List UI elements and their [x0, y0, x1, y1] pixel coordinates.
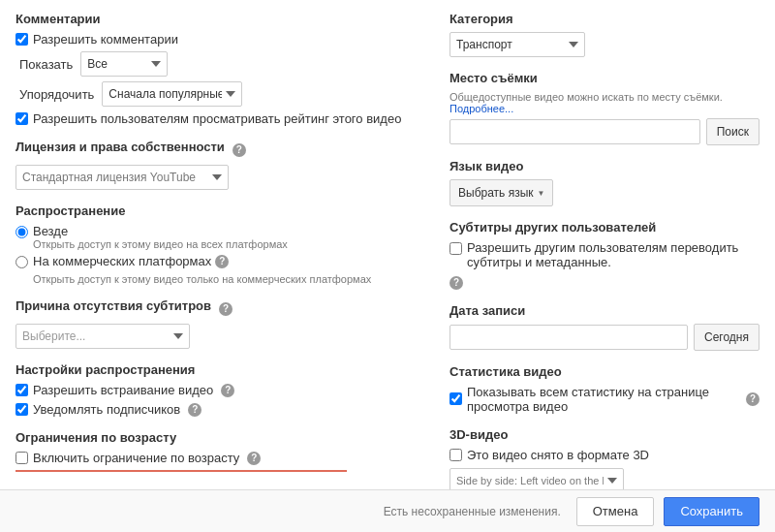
license-title: Лицензия и права собственности [16, 140, 225, 154]
comments-section: Комментарии Разрешить комментарии Показа… [16, 12, 430, 126]
rating-checkbox[interactable]: Разрешить пользователям просматривать ре… [16, 111, 401, 126]
unsaved-text: Есть несохраненные изменения. [384, 505, 561, 518]
age-restriction-divider [16, 470, 347, 472]
embed-help-icon[interactable]: ? [221, 384, 234, 397]
notify-checkbox[interactable]: Уведомлять подписчиков [16, 402, 180, 417]
save-button[interactable]: Сохранить [664, 497, 760, 526]
location-search-button[interactable]: Поиск [706, 118, 760, 145]
everywhere-radio[interactable] [16, 226, 28, 238]
stats-help-icon[interactable]: ? [746, 392, 760, 406]
today-button[interactable]: Сегодня [694, 324, 760, 351]
subtitle-reason-select[interactable]: Выберите... [16, 324, 190, 349]
language-button[interactable]: Выбрать язык ▼ [450, 179, 553, 206]
subtitles-checkbox[interactable]: Разрешить другим пользователям переводит… [450, 240, 760, 269]
location-input[interactable] [450, 119, 700, 144]
stats-input[interactable] [450, 392, 462, 405]
notify-input[interactable] [16, 403, 28, 416]
category-select[interactable]: Транспорт [450, 32, 585, 57]
subtitles-help-icon[interactable]: ? [450, 276, 463, 290]
user-subtitles-title: Субтитры других пользователей [450, 220, 760, 235]
3d-video-checkbox[interactable]: Это видео снято в формате 3D [450, 448, 649, 462]
commercial-help-icon[interactable]: ? [215, 255, 229, 268]
distribution-title: Распространение [16, 203, 430, 218]
commercial-option[interactable]: На коммерческих платформах ? Открыть дос… [16, 254, 430, 285]
right-column: Категория Транспорт Место съёмки Общедос… [450, 12, 760, 532]
location-input-row: Поиск [450, 118, 760, 145]
commercial-radio[interactable] [16, 256, 28, 268]
category-title: Категория [450, 12, 760, 26]
age-restriction-input[interactable] [16, 452, 28, 464]
age-restriction-checkbox[interactable]: Включить ограничение по возрасту [16, 451, 239, 465]
license-help-icon[interactable]: ? [232, 143, 246, 157]
language-section: Язык видео Выбрать язык ▼ [450, 159, 760, 206]
sort-label: Упорядочить [19, 87, 94, 102]
recording-date-input[interactable] [450, 325, 688, 350]
cancel-button[interactable]: Отмена [576, 497, 655, 526]
subtitles-input[interactable] [450, 242, 462, 255]
location-link[interactable]: Подробнее... [450, 103, 513, 114]
notify-help-icon[interactable]: ? [188, 403, 202, 417]
everywhere-option[interactable]: Везде Открыть доступ к этому видео на вс… [16, 224, 430, 250]
license-select[interactable]: Стандартная лицензия YouTube [16, 165, 229, 190]
distribution-settings-section: Настройки распространения Разрешить встр… [16, 362, 430, 417]
language-arrow-icon: ▼ [538, 189, 545, 198]
distribution-radio-group: Везде Открыть доступ к этому видео на вс… [16, 224, 430, 285]
embed-checkbox[interactable]: Разрешить встраивание видео [16, 383, 213, 397]
stats-title: Статистика видео [450, 364, 760, 379]
subtitle-reason-help-icon[interactable]: ? [219, 302, 232, 316]
comments-title: Комментарии [16, 12, 430, 26]
recording-date-title: Дата записи [450, 303, 760, 318]
subtitle-reason-section: Причина отсутствия субтитров ? Выберите.… [16, 298, 430, 349]
3d-video-section: 3D-видео Это видео снято в формате 3D Si… [450, 427, 760, 493]
language-title: Язык видео [450, 159, 760, 173]
location-info: Общедоступные видео можно искать по мест… [450, 91, 760, 114]
3d-video-input[interactable] [450, 449, 462, 461]
show-select[interactable]: Все [80, 51, 168, 77]
age-restriction-help-icon[interactable]: ? [247, 452, 261, 465]
recording-date-row: Сегодня [450, 324, 760, 351]
sort-select[interactable]: Сначала популярные [102, 81, 242, 107]
license-section: Лицензия и права собственности ? Стандар… [16, 140, 430, 190]
rating-input[interactable] [16, 112, 28, 125]
distribution-section: Распространение Везде Открыть доступ к э… [16, 203, 430, 285]
age-restriction-section: Ограничения по возрасту Включить огранич… [16, 430, 430, 472]
stats-section: Статистика видео Показывать всем статист… [450, 364, 760, 414]
distribution-settings-title: Настройки распространения [16, 362, 430, 377]
left-column: Комментарии Разрешить комментарии Показа… [16, 12, 430, 532]
stats-checkbox[interactable]: Показывать всем статистику на странице п… [450, 385, 738, 414]
bottom-bar: Есть несохраненные изменения. Отмена Сох… [0, 489, 775, 532]
show-label: Показать [19, 57, 73, 72]
location-section: Место съёмки Общедоступные видео можно и… [450, 71, 760, 145]
allow-comments-input[interactable] [16, 33, 28, 46]
category-section: Категория Транспорт [450, 12, 760, 57]
recording-date-section: Дата записи Сегодня [450, 303, 760, 351]
location-title: Место съёмки [450, 71, 760, 85]
age-restriction-title: Ограничения по возрасту [16, 430, 430, 445]
allow-comments-checkbox[interactable]: Разрешить комментарии [16, 32, 178, 47]
user-subtitles-section: Субтитры других пользователей Разрешить … [450, 220, 760, 290]
embed-input[interactable] [16, 384, 28, 396]
3d-video-title: 3D-видео [450, 427, 760, 442]
subtitle-reason-title: Причина отсутствия субтитров [16, 298, 211, 313]
